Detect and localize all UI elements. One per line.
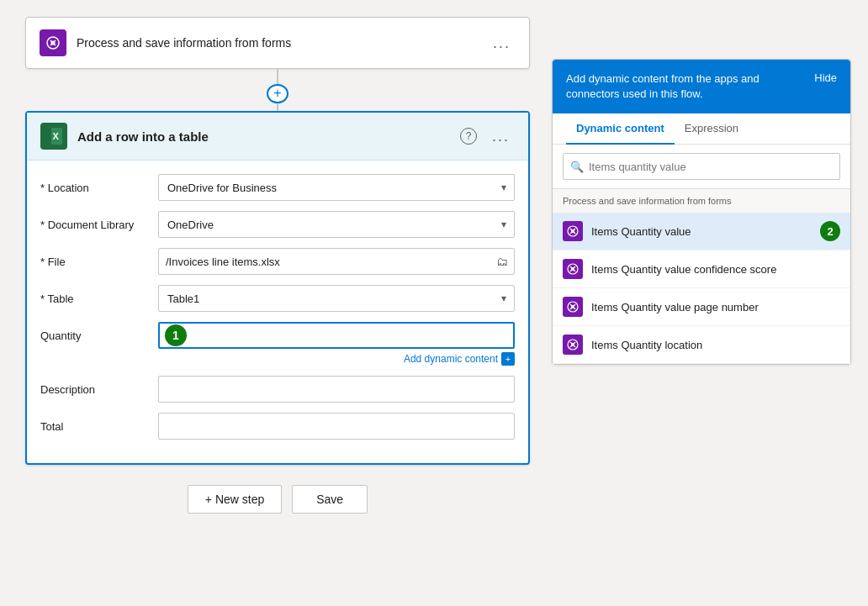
item-page-number-text: Items Quantity value page number: [591, 301, 840, 314]
svg-point-22: [571, 343, 574, 346]
document-library-dropdown[interactable]: OneDrive: [158, 211, 515, 238]
total-label: Total: [40, 420, 158, 433]
item-page-number-icon: [563, 297, 583, 317]
table-field[interactable]: Table1 ▾: [158, 285, 515, 312]
connector-line-bottom: [277, 103, 278, 111]
item-icon-svg-3: [566, 300, 580, 314]
add-dynamic-plus-icon: +: [501, 352, 515, 366]
quantity-input[interactable]: [158, 322, 515, 349]
document-library-field[interactable]: OneDrive ▾: [158, 211, 515, 238]
document-library-label: * Document Library: [40, 219, 158, 231]
dynamic-item-location[interactable]: Items Quantity location: [553, 326, 850, 364]
table-dropdown[interactable]: Table1: [158, 285, 515, 312]
bottom-actions: + New step Save: [188, 485, 368, 514]
item-quantity-value-icon: [563, 221, 583, 241]
document-library-row: * Document Library OneDrive ▾: [40, 211, 515, 238]
plus-icon: +: [273, 86, 281, 101]
add-dynamic-row: Add dynamic content +: [40, 352, 515, 366]
panel-header: Add dynamic content from the apps and co…: [553, 60, 850, 113]
search-icon: 🔍: [570, 161, 584, 173]
excel-icon: X: [40, 123, 67, 150]
search-input[interactable]: [589, 161, 833, 173]
search-wrapper: 🔍: [563, 153, 840, 180]
action-card-header: X Add a row into a table ? ...: [27, 113, 528, 161]
action-ellipsis-button[interactable]: ...: [487, 126, 515, 147]
item-icon-svg: [566, 224, 580, 238]
trigger-card: Process and save information from forms …: [25, 17, 530, 69]
svg-point-18: [571, 305, 574, 308]
item-confidence-icon: [563, 259, 583, 279]
step-connector: +: [267, 69, 288, 111]
location-row: * Location OneDrive for Business ▾: [40, 174, 515, 201]
table-row: * Table Table1 ▾: [40, 285, 515, 312]
description-input[interactable]: [158, 376, 515, 403]
item-location-icon: [563, 335, 583, 355]
panel-header-text: Add dynamic content from the apps and co…: [566, 71, 804, 102]
file-field-wrapper: /Invoices line items.xlsx 🗂: [158, 248, 515, 275]
add-dynamic-content-button[interactable]: Add dynamic content +: [404, 352, 515, 366]
item-icon-svg-4: [566, 338, 580, 351]
description-field: [158, 376, 515, 403]
total-input[interactable]: [158, 413, 515, 440]
excel-icon-svg: X: [45, 127, 63, 145]
panel-hide-button[interactable]: Hide: [814, 71, 837, 84]
trigger-card-icon: [40, 29, 66, 56]
location-label: * Location: [40, 182, 158, 194]
add-step-button[interactable]: +: [267, 84, 288, 103]
item-quantity-value-badge: 2: [820, 221, 840, 241]
action-card-body: * Location OneDrive for Business ▾ * Doc…: [27, 161, 528, 463]
svg-text:X: X: [53, 131, 60, 141]
item-confidence-text: Items Quantity value confidence score: [591, 263, 840, 276]
svg-point-3: [51, 41, 56, 45]
trigger-icon-svg: [45, 34, 61, 51]
file-label: * File: [40, 256, 158, 268]
panel-section-label: Process and save information from forms: [553, 189, 850, 213]
location-dropdown[interactable]: OneDrive for Business: [158, 174, 515, 201]
total-row: Total: [40, 413, 515, 440]
dynamic-content-panel: Add dynamic content from the apps and co…: [552, 59, 851, 365]
svg-point-10: [571, 229, 574, 233]
quantity-badge: 1: [165, 324, 187, 346]
save-button[interactable]: Save: [292, 485, 368, 514]
panel-search-area: 🔍: [553, 145, 850, 189]
file-input[interactable]: /Invoices line items.xlsx: [158, 248, 515, 275]
new-step-button[interactable]: + New step: [188, 485, 282, 514]
file-browse-icon[interactable]: 🗂: [496, 255, 508, 268]
tab-expression[interactable]: Expression: [675, 113, 749, 145]
trigger-ellipsis-button[interactable]: ...: [488, 33, 516, 54]
action-card-title: Add a row into a table: [77, 129, 209, 144]
help-button[interactable]: ?: [460, 128, 477, 145]
panel-tabs: Dynamic content Expression: [553, 113, 850, 145]
dynamic-item-page-number[interactable]: Items Quantity value page number: [553, 288, 850, 326]
dynamic-item-quantity-value[interactable]: Items Quantity value 2: [553, 213, 850, 250]
quantity-row: Quantity 1: [40, 322, 515, 349]
file-row: * File /Invoices line items.xlsx 🗂: [40, 248, 515, 275]
trigger-title: Process and save information from forms: [77, 36, 291, 50]
table-label: * Table: [40, 292, 158, 305]
item-location-text: Items Quantity location: [591, 339, 840, 351]
dynamic-item-confidence-score[interactable]: Items Quantity value confidence score: [553, 250, 850, 288]
description-row: Description: [40, 376, 515, 403]
location-field[interactable]: OneDrive for Business ▾: [158, 174, 515, 201]
item-icon-svg-2: [566, 262, 580, 276]
item-quantity-value-text: Items Quantity value: [591, 225, 812, 238]
quantity-field-wrapper: 1: [158, 322, 515, 349]
add-dynamic-label: Add dynamic content: [404, 353, 498, 365]
action-card: X Add a row into a table ? ... * Locatio…: [25, 111, 530, 465]
description-label: Description: [40, 383, 158, 396]
connector-line-top: [277, 69, 278, 84]
tab-dynamic-content[interactable]: Dynamic content: [566, 113, 675, 145]
total-field: [158, 413, 515, 440]
quantity-label: Quantity: [40, 329, 158, 342]
svg-point-14: [571, 267, 574, 271]
